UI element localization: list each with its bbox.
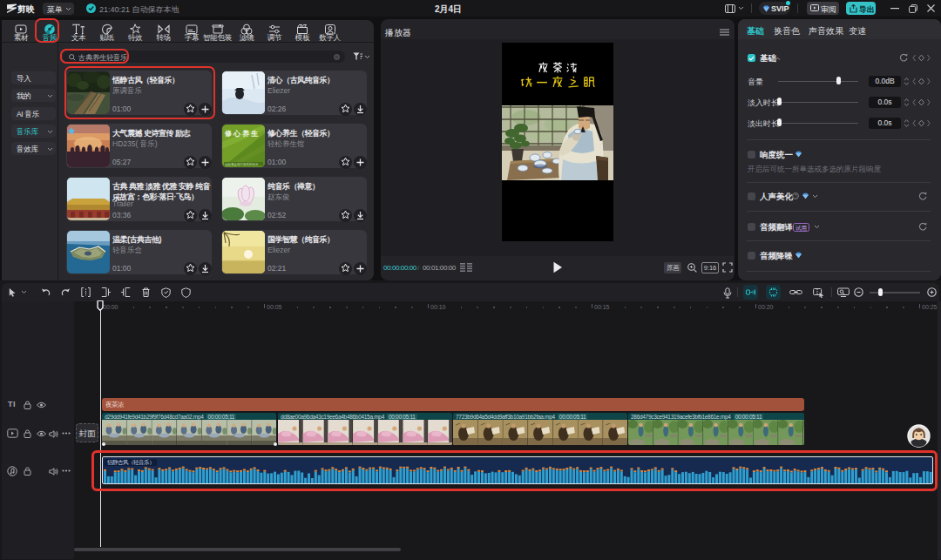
svg-text:轻松养生馆疗愈系列音乐: 轻松养生馆疗愈系列音乐 (225, 162, 259, 166)
svg-text:?: ? (795, 193, 797, 199)
svg-text:修心养生: 修心养生 (224, 129, 260, 138)
